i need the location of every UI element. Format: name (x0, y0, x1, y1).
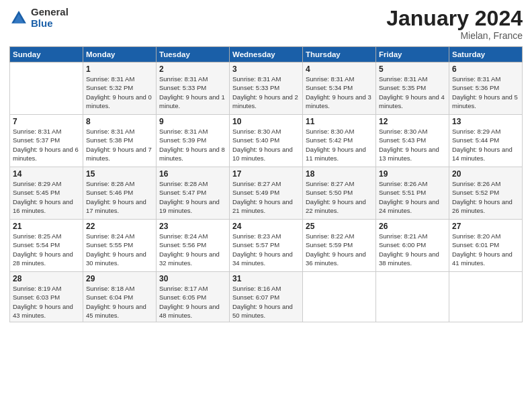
day-info: Sunrise: 8:31 AMSunset: 5:32 PMDaylight:… (86, 75, 153, 110)
day-number: 4 (306, 64, 373, 74)
day-info: Sunrise: 8:27 AMSunset: 5:49 PMDaylight:… (232, 179, 300, 215)
day-cell: 4Sunrise: 8:31 AMSunset: 5:34 PMDaylight… (303, 62, 376, 115)
day-cell: 20Sunrise: 8:26 AMSunset: 5:52 PMDayligh… (449, 167, 523, 220)
day-info: Sunrise: 8:26 AMSunset: 5:52 PMDaylight:… (452, 179, 519, 215)
logo-icon (9, 9, 28, 28)
day-cell (303, 272, 376, 322)
day-info: Sunrise: 8:23 AMSunset: 5:57 PMDaylight:… (232, 232, 300, 267)
day-cell: 18Sunrise: 8:27 AMSunset: 5:50 PMDayligh… (303, 167, 376, 220)
day-cell: 29Sunrise: 8:18 AMSunset: 6:04 PMDayligh… (83, 272, 157, 322)
page: General Blue January 2024 Mielan, France… (0, 0, 532, 411)
week-row-5: 28Sunrise: 8:19 AMSunset: 6:03 PMDayligh… (10, 272, 523, 322)
day-info: Sunrise: 8:24 AMSunset: 5:55 PMDaylight:… (86, 232, 153, 267)
logo-text: General Blue (31, 7, 69, 29)
day-cell: 27Sunrise: 8:20 AMSunset: 6:01 PMDayligh… (449, 220, 523, 272)
month-title: January 2024 (386, 7, 523, 30)
header: General Blue January 2024 Mielan, France (9, 7, 523, 41)
day-info: Sunrise: 8:30 AMSunset: 5:42 PMDaylight:… (306, 127, 373, 163)
title-block: January 2024 Mielan, France (386, 7, 523, 41)
day-number: 16 (159, 169, 226, 179)
day-number: 30 (159, 274, 226, 283)
day-number: 6 (452, 64, 519, 74)
day-number: 19 (379, 169, 446, 179)
day-info: Sunrise: 8:21 AMSunset: 6:00 PMDaylight:… (379, 232, 446, 267)
weekday-header-sunday: Sunday (10, 47, 83, 62)
day-cell: 25Sunrise: 8:22 AMSunset: 5:59 PMDayligh… (303, 220, 376, 272)
day-info: Sunrise: 8:28 AMSunset: 5:46 PMDaylight:… (86, 179, 153, 215)
day-number: 18 (306, 169, 373, 179)
day-number: 20 (452, 169, 519, 179)
day-cell: 1Sunrise: 8:31 AMSunset: 5:32 PMDaylight… (83, 62, 157, 115)
day-info: Sunrise: 8:31 AMSunset: 5:39 PMDaylight:… (159, 127, 226, 163)
day-info: Sunrise: 8:30 AMSunset: 5:40 PMDaylight:… (232, 127, 300, 163)
day-number: 26 (379, 222, 446, 231)
day-cell: 14Sunrise: 8:29 AMSunset: 5:45 PMDayligh… (10, 167, 83, 220)
day-info: Sunrise: 8:31 AMSunset: 5:38 PMDaylight:… (86, 127, 153, 163)
weekday-header-row: SundayMondayTuesdayWednesdayThursdayFrid… (10, 47, 523, 62)
day-number: 24 (232, 222, 300, 231)
day-cell: 28Sunrise: 8:19 AMSunset: 6:03 PMDayligh… (10, 272, 83, 322)
logo-blue: Blue (31, 18, 69, 30)
day-number: 2 (159, 64, 226, 74)
logo-general: General (31, 7, 69, 18)
day-cell: 8Sunrise: 8:31 AMSunset: 5:38 PMDaylight… (83, 115, 157, 167)
day-cell: 6Sunrise: 8:31 AMSunset: 5:36 PMDaylight… (449, 62, 523, 115)
week-row-4: 21Sunrise: 8:25 AMSunset: 5:54 PMDayligh… (10, 220, 523, 272)
day-number: 21 (13, 222, 80, 231)
weekday-header-thursday: Thursday (303, 47, 376, 62)
day-number: 11 (306, 117, 373, 126)
day-number: 23 (159, 222, 226, 231)
day-number: 5 (379, 64, 446, 74)
day-cell: 23Sunrise: 8:24 AMSunset: 5:56 PMDayligh… (157, 220, 230, 272)
day-info: Sunrise: 8:25 AMSunset: 5:54 PMDaylight:… (13, 232, 80, 267)
day-number: 15 (86, 169, 153, 179)
day-info: Sunrise: 8:31 AMSunset: 5:36 PMDaylight:… (452, 75, 519, 110)
day-info: Sunrise: 8:31 AMSunset: 5:34 PMDaylight:… (306, 75, 373, 110)
day-number: 25 (306, 222, 373, 231)
day-info: Sunrise: 8:16 AMSunset: 6:07 PMDaylight:… (232, 284, 300, 320)
week-row-2: 7Sunrise: 8:31 AMSunset: 5:37 PMDaylight… (10, 115, 523, 167)
day-number: 3 (232, 64, 300, 74)
day-cell: 31Sunrise: 8:16 AMSunset: 6:07 PMDayligh… (230, 272, 303, 322)
day-cell: 12Sunrise: 8:30 AMSunset: 5:43 PMDayligh… (376, 115, 449, 167)
day-info: Sunrise: 8:30 AMSunset: 5:43 PMDaylight:… (379, 127, 446, 163)
logo: General Blue (9, 7, 69, 29)
day-info: Sunrise: 8:22 AMSunset: 5:59 PMDaylight:… (306, 232, 373, 267)
day-cell: 17Sunrise: 8:27 AMSunset: 5:49 PMDayligh… (230, 167, 303, 220)
calendar: SundayMondayTuesdayWednesdayThursdayFrid… (9, 46, 523, 322)
day-number: 22 (86, 222, 153, 231)
day-number: 9 (159, 117, 226, 126)
day-number: 31 (232, 274, 300, 283)
week-row-1: 1Sunrise: 8:31 AMSunset: 5:32 PMDaylight… (10, 62, 523, 115)
day-number: 8 (86, 117, 153, 126)
day-number: 27 (452, 222, 519, 231)
day-info: Sunrise: 8:19 AMSunset: 6:03 PMDaylight:… (13, 284, 80, 320)
day-cell: 10Sunrise: 8:30 AMSunset: 5:40 PMDayligh… (230, 115, 303, 167)
day-cell: 5Sunrise: 8:31 AMSunset: 5:35 PMDaylight… (376, 62, 449, 115)
day-number: 29 (86, 274, 153, 283)
day-info: Sunrise: 8:31 AMSunset: 5:33 PMDaylight:… (232, 75, 300, 110)
day-cell (376, 272, 449, 322)
day-info: Sunrise: 8:31 AMSunset: 5:35 PMDaylight:… (379, 75, 446, 110)
day-cell (449, 272, 523, 322)
day-info: Sunrise: 8:31 AMSunset: 5:37 PMDaylight:… (13, 127, 80, 163)
day-cell: 19Sunrise: 8:26 AMSunset: 5:51 PMDayligh… (376, 167, 449, 220)
day-info: Sunrise: 8:29 AMSunset: 5:45 PMDaylight:… (13, 179, 80, 215)
day-cell: 26Sunrise: 8:21 AMSunset: 6:00 PMDayligh… (376, 220, 449, 272)
day-number: 13 (452, 117, 519, 126)
day-number: 14 (13, 169, 80, 179)
day-info: Sunrise: 8:26 AMSunset: 5:51 PMDaylight:… (379, 179, 446, 215)
day-info: Sunrise: 8:28 AMSunset: 5:47 PMDaylight:… (159, 179, 226, 215)
weekday-header-friday: Friday (376, 47, 449, 62)
day-info: Sunrise: 8:17 AMSunset: 6:05 PMDaylight:… (159, 284, 226, 320)
day-info: Sunrise: 8:29 AMSunset: 5:44 PMDaylight:… (452, 127, 519, 163)
day-cell: 2Sunrise: 8:31 AMSunset: 5:33 PMDaylight… (157, 62, 230, 115)
day-cell: 9Sunrise: 8:31 AMSunset: 5:39 PMDaylight… (157, 115, 230, 167)
location: Mielan, France (386, 30, 523, 41)
day-cell: 30Sunrise: 8:17 AMSunset: 6:05 PMDayligh… (157, 272, 230, 322)
day-cell: 15Sunrise: 8:28 AMSunset: 5:46 PMDayligh… (83, 167, 157, 220)
day-number: 10 (232, 117, 300, 126)
weekday-header-wednesday: Wednesday (230, 47, 303, 62)
day-number: 1 (86, 64, 153, 74)
day-cell: 24Sunrise: 8:23 AMSunset: 5:57 PMDayligh… (230, 220, 303, 272)
